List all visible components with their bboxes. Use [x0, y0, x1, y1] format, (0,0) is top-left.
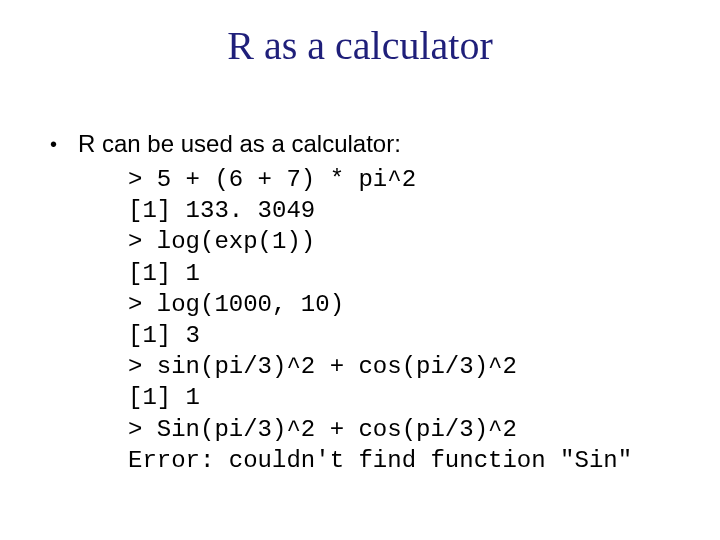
bullet-text: R can be used as a calculator: [78, 128, 401, 159]
slide: R as a calculator • R can be used as a c… [0, 0, 720, 540]
code-line: > sin(pi/3)^2 + cos(pi/3)^2 [128, 353, 517, 380]
code-line: [1] 133. 3049 [128, 197, 315, 224]
bullet-item: • R can be used as a calculator: [50, 128, 670, 160]
code-line: > log(1000, 10) [128, 291, 344, 318]
slide-title: R as a calculator [0, 22, 720, 69]
code-line: > 5 + (6 + 7) * pi^2 [128, 166, 416, 193]
bullet-marker: • [50, 128, 78, 160]
code-line: > Sin(pi/3)^2 + cos(pi/3)^2 [128, 416, 517, 443]
code-line: > log(exp(1)) [128, 228, 315, 255]
code-line: Error: couldn't find function "Sin" [128, 447, 632, 474]
code-line: [1] 3 [128, 322, 200, 349]
code-block: > 5 + (6 + 7) * pi^2 [1] 133. 3049 > log… [128, 164, 670, 476]
code-line: [1] 1 [128, 260, 200, 287]
slide-body: • R can be used as a calculator: > 5 + (… [50, 128, 670, 476]
code-line: [1] 1 [128, 384, 200, 411]
